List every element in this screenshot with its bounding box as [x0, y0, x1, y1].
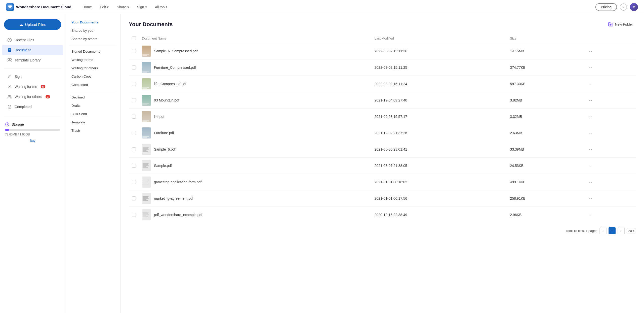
sidebar-divider-2 — [4, 115, 61, 115]
row-name-cell: pdf_wondershare_example.pdf — [139, 207, 372, 223]
nav-sign[interactable]: Sign ▾ — [134, 4, 150, 11]
row-checkbox[interactable] — [132, 147, 136, 151]
row-actions-cell: ··· — [582, 43, 636, 59]
row-name-cell: Furniture.pdf — [139, 125, 372, 141]
select-all-checkbox[interactable] — [132, 36, 136, 40]
row-menu-button[interactable]: ··· — [585, 195, 633, 202]
row-menu-button[interactable]: ··· — [585, 97, 633, 103]
upload-files-button[interactable]: ☁ Upload Files — [4, 19, 61, 30]
row-menu-button[interactable]: ··· — [585, 130, 633, 136]
row-actions-cell: ··· — [582, 207, 636, 223]
row-checkbox[interactable] — [132, 82, 136, 86]
row-name-cell: gamestop-application-form.pdf — [139, 174, 372, 190]
chevron-down-icon: ▾ — [127, 5, 129, 9]
row-checkbox[interactable] — [132, 131, 136, 135]
document-name[interactable]: 03 Mountain.pdf — [154, 98, 179, 102]
sidebar-item-waiting-for-me[interactable]: Waiting for me 5 — [2, 82, 63, 92]
sidebar-item-waiting-for-others[interactable]: Waiting for others 3 — [2, 92, 63, 102]
brand-logo[interactable]: Wondershare Document Cloud — [6, 3, 71, 11]
row-actions-cell: ··· — [582, 141, 636, 158]
second-sidebar-declined[interactable]: Declined — [65, 93, 120, 101]
row-checkbox[interactable] — [132, 98, 136, 102]
document-name[interactable]: marketing-agreement.pdf — [154, 196, 193, 200]
row-checkbox[interactable] — [132, 115, 136, 119]
pagination-prev-button[interactable]: ‹ — [599, 227, 607, 234]
pagination-next-button[interactable]: › — [618, 227, 625, 234]
document-thumbnail — [142, 160, 151, 171]
chevron-down-icon: ▾ — [145, 5, 147, 9]
document-name[interactable]: life.pdf — [154, 115, 164, 119]
table-row: Furniture_Compressed.pdf 2022-03-02 15:1… — [129, 59, 636, 76]
row-modified-date: 2022-03-02 15:11:24 — [372, 76, 507, 92]
nav-home[interactable]: Home — [79, 4, 95, 11]
table-row: 03 Mountain.pdf 2021-12-04 09:27:40 3.82… — [129, 92, 636, 109]
pagination-page-1-button[interactable]: 1 — [609, 227, 616, 234]
new-folder-button[interactable]: New Folder — [605, 20, 636, 29]
row-menu-button[interactable]: ··· — [585, 162, 633, 169]
clock-icon — [7, 38, 12, 43]
row-checkbox[interactable] — [132, 213, 136, 217]
second-sidebar-shared-by-others[interactable]: Shared by others — [65, 35, 120, 43]
second-sidebar-your-documents[interactable]: Your Documents — [65, 18, 120, 26]
document-name[interactable]: Sample_6.pdf — [154, 147, 176, 151]
row-checkbox-cell — [129, 207, 139, 223]
row-menu-button[interactable]: ··· — [585, 64, 633, 71]
document-name[interactable]: pdf_wondershare_example.pdf — [154, 213, 202, 217]
second-sidebar-bulk-send[interactable]: Bulk Send — [65, 110, 120, 118]
sidebar-item-recent-files[interactable]: Recent Files — [2, 35, 63, 45]
row-name-cell: life.pdf — [139, 109, 372, 125]
document-name[interactable]: Sample.pdf — [154, 164, 172, 168]
sign-icon — [7, 74, 12, 79]
table-header-row: Document Name Last Modified Size — [129, 34, 636, 43]
brand-icon — [6, 3, 14, 11]
second-sidebar-signed-documents[interactable]: Signed Documents — [65, 47, 120, 56]
row-menu-button[interactable]: ··· — [585, 212, 633, 218]
row-checkbox[interactable] — [132, 164, 136, 168]
avatar[interactable]: M — [630, 3, 638, 11]
row-checkbox[interactable] — [132, 196, 136, 200]
row-menu-button[interactable]: ··· — [585, 113, 633, 120]
second-sidebar-divider-1 — [69, 45, 116, 45]
per-page-select[interactable]: 20 ▾ — [627, 228, 636, 233]
nav-edit[interactable]: Edit ▾ — [97, 4, 112, 11]
document-name[interactable]: Furniture_Compressed.pdf — [154, 65, 196, 69]
document-name[interactable]: gamestop-application-form.pdf — [154, 180, 202, 184]
row-actions-cell: ··· — [582, 76, 636, 92]
pricing-button[interactable]: Pricing — [595, 3, 617, 11]
document-name[interactable]: Sample_6_Compressed.pdf — [154, 49, 198, 53]
row-checkbox[interactable] — [132, 49, 136, 53]
second-sidebar-drafts[interactable]: Drafts — [65, 101, 120, 110]
row-menu-button[interactable]: ··· — [585, 179, 633, 185]
second-sidebar-template[interactable]: Template — [65, 118, 120, 126]
page-title: Your Documents — [129, 21, 173, 28]
row-checkbox-cell — [129, 174, 139, 190]
second-sidebar-carbon-copy[interactable]: Carbon Copy — [65, 72, 120, 81]
documents-table: Document Name Last Modified Size Sample_ — [129, 34, 636, 223]
header-actions — [582, 34, 636, 43]
sidebar-item-document[interactable]: Document — [2, 45, 63, 55]
person-group-icon — [7, 94, 12, 99]
second-sidebar-waiting-for-others[interactable]: Waiting for others — [65, 64, 120, 72]
buy-button[interactable]: Buy — [5, 139, 60, 143]
document-name[interactable]: Furniture.pdf — [154, 131, 174, 135]
row-checkbox[interactable] — [132, 65, 136, 69]
row-menu-button[interactable]: ··· — [585, 48, 633, 54]
row-file-size: 14.15MB — [507, 43, 582, 59]
sidebar-item-completed[interactable]: Completed — [2, 102, 63, 112]
row-actions-cell: ··· — [582, 92, 636, 109]
row-checkbox[interactable] — [132, 180, 136, 184]
help-button[interactable]: ? — [620, 4, 627, 11]
second-sidebar-completed[interactable]: Completed — [65, 81, 120, 89]
row-file-size: 597.30KB — [507, 76, 582, 92]
second-sidebar-shared-by-you[interactable]: Shared by you — [65, 26, 120, 35]
second-sidebar-trash[interactable]: Trash — [65, 126, 120, 135]
nav-share[interactable]: Share ▾ — [114, 4, 132, 11]
sidebar-item-sign[interactable]: Sign — [2, 72, 63, 82]
sidebar-item-template-library[interactable]: Template Library — [2, 55, 63, 65]
document-thumbnail — [142, 144, 151, 155]
row-menu-button[interactable]: ··· — [585, 146, 633, 153]
row-menu-button[interactable]: ··· — [585, 81, 633, 87]
document-name[interactable]: life_Compressed.pdf — [154, 82, 186, 86]
second-sidebar-waiting-for-me[interactable]: Waiting for me — [65, 56, 120, 64]
nav-all-tools[interactable]: All tools — [152, 4, 170, 11]
